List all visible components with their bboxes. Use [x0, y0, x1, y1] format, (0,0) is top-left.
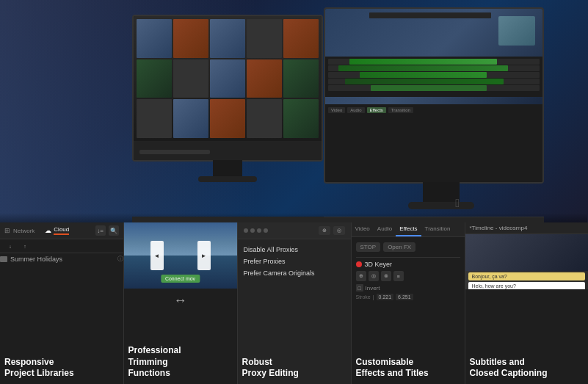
monitor-base-right	[408, 202, 474, 209]
bidirectional-arrow-icon: ↔	[174, 293, 187, 308]
thumb	[283, 59, 319, 98]
stroke-row: Stroke | 0.221 6.251	[356, 294, 460, 300]
thumb	[283, 99, 319, 138]
ctrl-icon-4[interactable]: ≡	[393, 271, 404, 281]
libraries-title-area: Responsive Project Libraries	[0, 353, 123, 384]
subtitle-bubble-1: Bonjour, ça va?	[468, 272, 586, 280]
thumb	[247, 99, 282, 138]
effects-title-area: Customisable Effects and Titles	[352, 353, 465, 384]
monitor-base-left	[198, 176, 257, 182]
folder-item[interactable]: Summer Holidays ⓘ	[0, 253, 123, 264]
stop-button[interactable]: STOP	[356, 242, 381, 252]
invert-row: □ Invert	[356, 284, 460, 291]
monitor-stand-right	[423, 182, 460, 204]
subtitle-timeline-label: *Timeline - videosmp4	[470, 225, 528, 231]
stroke-val2[interactable]: 6.251	[396, 294, 413, 300]
thumb	[173, 59, 208, 98]
proxy-dot-1	[244, 228, 248, 233]
search-icon[interactable]: 🔍	[109, 225, 119, 236]
monitor-right: Video Audio Effects Transition	[324, 7, 544, 184]
cloud-icon: ☁	[45, 227, 51, 234]
ctrl-icon-1[interactable]: ⊕	[356, 271, 366, 281]
libraries-panel-header: ⊞ Network ☁ Cloud ↓= 🔍	[0, 222, 123, 239]
effects-controls: ⊕ ◎ ⊗ ≡	[356, 271, 460, 281]
keyer-label: 3D Keyer	[365, 261, 393, 268]
invert-checkbox[interactable]: □	[356, 284, 363, 291]
trimming-title-area: Professional Trimming Functions	[124, 341, 237, 384]
stroke-label: Stroke	[356, 294, 371, 300]
proxy-header: ⊕ ◎	[238, 222, 351, 239]
hero-background: Video Audio Effects Transition 	[0, 0, 588, 235]
thumb	[283, 19, 319, 58]
subtitles-title-area: Subtitles and Closed Captioning	[465, 353, 589, 384]
tab-cloud[interactable]: Cloud	[54, 226, 69, 235]
subtitle-video: Bonjour, ça va? Helo, how are you?	[465, 234, 589, 289]
download-icon-2[interactable]: ↓	[4, 242, 16, 250]
trim-handle-right[interactable]	[197, 241, 211, 270]
ctrl-icon-3[interactable]: ⊗	[381, 271, 391, 281]
subtitle-video-frame	[465, 234, 589, 271]
keyer-badge: 3D Keyer	[356, 261, 460, 268]
bottom-strip: ⊞ Network ☁ Cloud ↓= 🔍 ↓ ↑ Summer Holida…	[0, 222, 588, 384]
thumb	[210, 99, 245, 138]
libraries-title: Responsive Project Libraries	[4, 357, 119, 380]
proxy-menu-prefer[interactable]: Prefer Proxies	[244, 256, 345, 267]
tab-transition[interactable]: Transition	[421, 222, 454, 236]
tab-effects[interactable]: Effects	[396, 222, 421, 236]
proxy-dot-4	[264, 228, 268, 233]
download-icon[interactable]: ↓=	[95, 225, 106, 236]
monitor-left-taskbar	[134, 141, 322, 162]
panel-icon-group: ↓= 🔍	[95, 225, 119, 236]
thumb	[173, 99, 208, 138]
proxy-title-area: Robust Proxy Editing	[238, 353, 351, 384]
network-icon: ⊞	[4, 227, 10, 234]
proxy-dots	[244, 228, 268, 233]
ctrl-icon-2[interactable]: ◎	[369, 271, 379, 281]
libraries-body: Summer Holidays ⓘ	[0, 253, 123, 353]
proxy-menu: Disable All Proxies Prefer Proxies Prefe…	[238, 239, 351, 283]
libraries-secondary-icons: ↓ ↑	[0, 239, 123, 253]
red-dot-icon	[356, 261, 362, 267]
proxy-menu-disable[interactable]: Disable All Proxies	[244, 244, 345, 256]
trim-arrows-row: ↔	[124, 289, 237, 313]
apple-logo-icon: 	[455, 197, 460, 210]
monitor-right-screen-top	[325, 9, 542, 104]
trim-overlay	[150, 241, 211, 270]
trim-handle-left[interactable]	[150, 241, 164, 270]
proxy-dot-2	[250, 228, 255, 233]
tab-network[interactable]: Network	[13, 228, 35, 234]
monitor-right-timeline: Video Audio Effects Transition	[325, 104, 542, 184]
proxy-icon-1[interactable]: ⊕	[319, 226, 330, 235]
monitor-left	[132, 15, 323, 162]
thumb	[247, 59, 282, 98]
panel-libraries: ⊞ Network ☁ Cloud ↓= 🔍 ↓ ↑ Summer Holida…	[0, 222, 124, 384]
proxy-menu-camera[interactable]: Prefer Camera Originals	[244, 267, 345, 279]
trimming-video-thumb: Connect mov	[124, 222, 237, 289]
proxy-dot-3	[257, 228, 261, 233]
panel-effects: Video Audio Effects Transition STOP Open…	[352, 222, 465, 384]
stroke-open-bracket: |	[373, 294, 374, 300]
thumb	[173, 19, 208, 58]
trimming-title: Professional Trimming Functions	[128, 345, 233, 380]
thumb	[210, 59, 245, 98]
panel-subtitles: *Timeline - videosmp4 Bonjour, ça va? He…	[465, 222, 589, 384]
divider	[356, 257, 460, 258]
thumb	[137, 19, 172, 58]
effects-tabs: Video Audio Effects Transition	[352, 222, 465, 237]
thumb	[137, 59, 172, 98]
effects-body: STOP Open FX 3D Keyer ⊕ ◎ ⊗ ≡ □ Invert S…	[352, 237, 465, 303]
subtitle-header: *Timeline - videosmp4	[465, 222, 589, 234]
effects-stop-row: STOP Open FX	[356, 242, 460, 255]
tab-video[interactable]: Video	[352, 222, 374, 236]
panel-trimming: Connect mov ↔ Professional Trimming Func…	[124, 222, 238, 384]
stroke-val1[interactable]: 0.221	[377, 294, 394, 300]
info-icon: ⓘ	[117, 255, 123, 263]
share-icon[interactable]: ↑	[19, 242, 31, 250]
thumb	[210, 19, 245, 58]
tab-audio[interactable]: Audio	[374, 222, 396, 236]
effects-title: Customisable Effects and Titles	[356, 357, 460, 380]
subtitle-bubble-2: Helo, how are you?	[468, 282, 586, 289]
panel-proxy: ⊕ ◎ Disable All Proxies Prefer Proxies P…	[238, 222, 352, 384]
openfx-button[interactable]: Open FX	[383, 242, 415, 252]
proxy-icon-2[interactable]: ◎	[333, 226, 345, 235]
